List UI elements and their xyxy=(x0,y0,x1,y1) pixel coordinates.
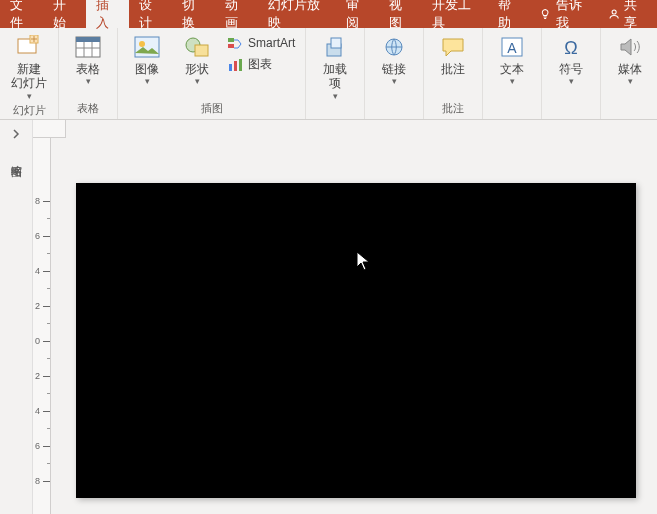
group-comments: 批注 批注 xyxy=(424,28,483,119)
ruler-v-label: 8 xyxy=(35,196,40,206)
media-label: 媒体 xyxy=(618,62,642,76)
tab-developer[interactable]: 开发工具 xyxy=(422,0,488,28)
smartart-icon xyxy=(228,36,244,50)
dropdown-icon: ▾ xyxy=(333,91,338,102)
images-button[interactable]: 图像 ▾ xyxy=(124,30,170,87)
tell-me[interactable]: 告诉我 xyxy=(531,0,598,28)
dropdown-icon: ▾ xyxy=(195,76,200,87)
svg-rect-9 xyxy=(228,38,234,42)
slide-canvas[interactable] xyxy=(51,138,657,514)
symbols-label: 符号 xyxy=(559,62,583,76)
group-tables-label: 表格 xyxy=(65,100,111,119)
tab-slideshow[interactable]: 幻灯片放映 xyxy=(258,0,336,28)
link-icon xyxy=(380,34,408,60)
comment-label: 批注 xyxy=(441,62,465,76)
ruler-v-label: 6 xyxy=(35,441,40,451)
tell-me-label: 告诉我 xyxy=(556,0,590,32)
addins-icon xyxy=(321,34,349,60)
chart-button[interactable]: 图表 xyxy=(224,54,299,75)
dropdown-icon: ▾ xyxy=(27,91,32,102)
slide[interactable] xyxy=(76,183,636,498)
smartart-button[interactable]: SmartArt xyxy=(224,34,299,52)
group-illustrations: 图像 ▾ 形状 ▾ SmartArt 图表 插图 xyxy=(118,28,306,119)
shapes-label: 形状 xyxy=(185,62,209,76)
tab-view[interactable]: 视图 xyxy=(379,0,422,28)
svg-point-0 xyxy=(612,10,616,14)
thumbnails-pane-label: 缩略图 xyxy=(9,156,24,159)
svg-rect-8 xyxy=(195,45,208,56)
new-slide-button[interactable]: 新建 幻灯片 ▾ xyxy=(6,30,52,102)
ruler-v-label: 0 xyxy=(35,336,40,346)
group-slides-label: 幻灯片 xyxy=(6,102,52,121)
group-text-label xyxy=(489,115,535,119)
svg-rect-13 xyxy=(239,59,242,71)
tab-review[interactable]: 审阅 xyxy=(336,0,379,28)
group-symbols: Ω 符号 ▾ xyxy=(542,28,601,119)
speaker-icon xyxy=(616,34,644,60)
chart-icon xyxy=(228,58,244,72)
dropdown-icon: ▾ xyxy=(510,76,515,87)
svg-rect-10 xyxy=(228,44,234,48)
work-area: 缩略图 1614121086420246810121416 864202468 xyxy=(0,120,657,514)
new-slide-label: 新建 幻灯片 xyxy=(11,62,47,91)
svg-rect-5 xyxy=(135,37,159,57)
comment-button[interactable]: 批注 xyxy=(430,30,476,76)
ruler-v-label: 2 xyxy=(35,301,40,311)
omega-icon: Ω xyxy=(557,34,585,60)
dropdown-icon: ▾ xyxy=(392,76,397,87)
svg-rect-15 xyxy=(331,38,341,48)
chart-label: 图表 xyxy=(248,56,272,73)
group-addins: 加载 项 ▾ xyxy=(306,28,365,119)
share-button[interactable]: 共享 xyxy=(598,0,657,28)
tab-animations[interactable]: 动画 xyxy=(215,0,258,28)
vertical-ruler[interactable]: 864202468 xyxy=(33,138,51,514)
new-slide-icon xyxy=(15,34,43,60)
ruler-v-label: 8 xyxy=(35,476,40,486)
symbols-button[interactable]: Ω 符号 ▾ xyxy=(548,30,594,87)
thumbnails-pane: 缩略图 xyxy=(0,120,33,514)
group-text: A 文本 ▾ xyxy=(483,28,542,119)
ruler-v-label: 6 xyxy=(35,231,40,241)
images-label: 图像 xyxy=(135,62,159,76)
group-addins-label xyxy=(312,115,358,119)
links-label: 链接 xyxy=(382,62,406,76)
table-label: 表格 xyxy=(76,62,100,76)
addins-button[interactable]: 加载 项 ▾ xyxy=(312,30,358,102)
tab-help[interactable]: 帮助 xyxy=(488,0,531,28)
group-symbols-label xyxy=(548,115,594,119)
dropdown-icon: ▾ xyxy=(86,76,91,87)
svg-text:Ω: Ω xyxy=(565,38,578,58)
group-links-label xyxy=(371,115,417,119)
svg-rect-11 xyxy=(229,64,232,71)
tab-transitions[interactable]: 切换 xyxy=(172,0,215,28)
svg-rect-4 xyxy=(76,37,100,42)
dropdown-icon: ▾ xyxy=(569,76,574,87)
group-comments-label: 批注 xyxy=(430,100,476,119)
group-illustrations-label: 插图 xyxy=(124,100,299,119)
picture-icon xyxy=(133,34,161,60)
expand-thumbnails-button[interactable] xyxy=(0,120,32,148)
tab-file[interactable]: 文件 xyxy=(0,0,43,28)
text-button[interactable]: A 文本 ▾ xyxy=(489,30,535,87)
svg-text:A: A xyxy=(508,40,518,56)
tab-insert[interactable]: 插入 xyxy=(86,0,129,28)
smartart-label: SmartArt xyxy=(248,36,295,50)
group-media-label xyxy=(607,115,653,119)
text-label: 文本 xyxy=(500,62,524,76)
text-icon: A xyxy=(498,34,526,60)
main-area: 1614121086420246810121416 864202468 xyxy=(33,120,657,514)
shapes-button[interactable]: 形状 ▾ xyxy=(174,30,220,87)
media-button[interactable]: 媒体 ▾ xyxy=(607,30,653,87)
tab-design[interactable]: 设计 xyxy=(129,0,172,28)
tab-home[interactable]: 开始 xyxy=(43,0,86,28)
group-tables: 表格 ▾ 表格 xyxy=(59,28,118,119)
ruler-v-label: 4 xyxy=(35,406,40,416)
links-button[interactable]: 链接 ▾ xyxy=(371,30,417,87)
ribbon: 新建 幻灯片 ▾ 幻灯片 表格 ▾ 表格 图像 ▾ xyxy=(0,28,657,120)
share-label: 共享 xyxy=(624,0,647,32)
group-links: 链接 ▾ xyxy=(365,28,424,119)
group-media: 媒体 ▾ xyxy=(601,28,657,119)
dropdown-icon: ▾ xyxy=(628,76,633,87)
ruler-corner xyxy=(33,120,66,138)
table-button[interactable]: 表格 ▾ xyxy=(65,30,111,87)
